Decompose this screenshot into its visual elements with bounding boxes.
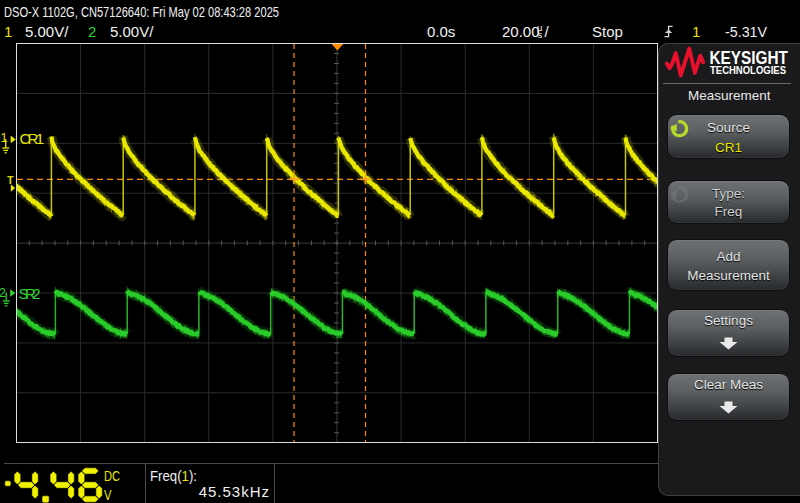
svg-text:CR1: CR1 [20, 130, 45, 147]
svg-text:T: T [7, 175, 13, 186]
svg-text:2: 2 [0, 286, 6, 300]
svg-text:TECHNOLOGIES: TECHNOLOGIES [710, 65, 786, 76]
svg-text:1: 1 [0, 131, 7, 145]
svg-text:SR2: SR2 [19, 285, 41, 302]
